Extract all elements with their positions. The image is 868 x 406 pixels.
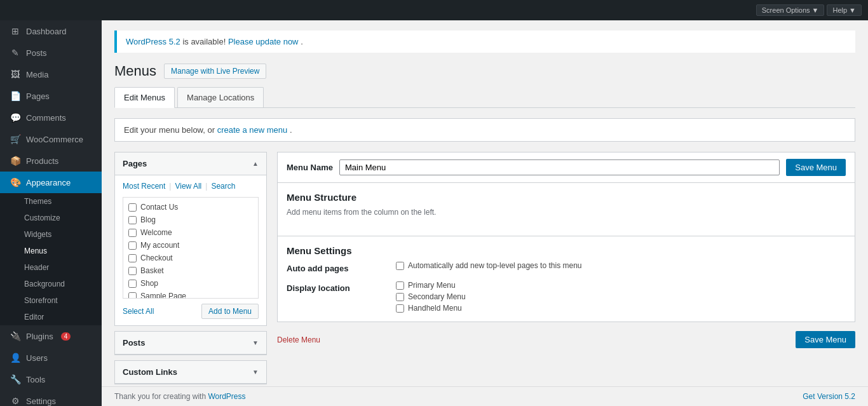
menu-structure-title: Menu Structure [287, 192, 846, 203]
search-tab[interactable]: Search [211, 182, 235, 191]
primary-menu-checkbox[interactable] [396, 281, 404, 290]
display-location-label: Display location [287, 281, 388, 313]
manage-live-preview-button[interactable]: Manage with Live Preview [164, 64, 266, 79]
edit-menu-notice: Edit your menu below, or create a new me… [114, 118, 855, 142]
chevron-down-icon: ▼ [252, 369, 259, 376]
sample-page-checkbox[interactable] [128, 292, 137, 299]
get-version-link[interactable]: Get Version 5.2 [803, 392, 855, 401]
sidebar-item-pages[interactable]: 📄 Pages [0, 85, 102, 107]
pages-accordion-header[interactable]: Pages ▲ [115, 152, 266, 175]
select-all-link[interactable]: Select All [123, 307, 154, 316]
screen-options-button[interactable]: Screen Options ▼ [756, 4, 825, 16]
contact-us-checkbox[interactable] [128, 203, 137, 212]
sidebar-item-themes[interactable]: Themes [0, 193, 102, 210]
save-menu-button-bottom[interactable]: Save Menu [796, 331, 855, 348]
posts-accordion-header[interactable]: Posts ▼ [115, 332, 266, 355]
sidebar-item-label: WooCommerce [26, 135, 83, 144]
my-account-checkbox[interactable] [128, 241, 137, 250]
sidebar-item-storefront[interactable]: Storefront [0, 292, 102, 309]
wordpress-footer-link[interactable]: WordPress [208, 392, 245, 401]
tab-edit-menus[interactable]: Edit Menus [114, 87, 175, 108]
menu-name-label: Menu Name [287, 163, 333, 172]
contact-us-label: Contact Us [140, 203, 178, 212]
auto-add-checkbox[interactable] [396, 262, 404, 270]
menu-name-input[interactable] [339, 159, 780, 175]
delete-menu-link[interactable]: Delete Menu [277, 335, 320, 344]
save-menu-button-top[interactable]: Save Menu [786, 159, 846, 176]
sidebar-item-widgets[interactable]: Widgets [0, 226, 102, 243]
menu-settings-title: Menu Settings [287, 245, 846, 256]
shop-checkbox[interactable] [128, 280, 137, 288]
auto-add-desc: Automatically add new top-level pages to… [408, 261, 582, 270]
sidebar-item-label: Media [26, 70, 48, 79]
media-icon: 🖼 [10, 69, 21, 80]
welcome-checkbox[interactable] [128, 229, 137, 237]
sidebar-item-woocommerce[interactable]: 🛒 WooCommerce [0, 128, 102, 150]
list-item: My account [128, 241, 253, 250]
custom-links-accordion-header[interactable]: Custom Links ▼ [115, 361, 266, 384]
list-item: Checkout [128, 254, 253, 262]
most-recent-tab[interactable]: Most Recent [123, 182, 165, 191]
sidebar-item-appearance[interactable]: 🎨 Appearance [0, 172, 102, 193]
main-area: WordPress 5.2 is available! Please updat… [102, 20, 868, 406]
screen-options-label: Screen Options [762, 6, 810, 14]
plugins-badge: 4 [61, 332, 71, 341]
chevron-up-icon: ▲ [252, 160, 259, 167]
help-button[interactable]: Help ▼ [827, 4, 862, 16]
sidebar-item-header[interactable]: Header [0, 259, 102, 276]
sidebar-item-products[interactable]: 📦 Products [0, 150, 102, 172]
primary-menu-label: Primary Menu [408, 281, 456, 290]
sidebar-item-label: Plugins [26, 332, 53, 341]
update-notice: WordPress 5.2 is available! Please updat… [114, 30, 855, 53]
menu-editor: Pages ▲ Most Recent | View All | Search [114, 152, 855, 386]
checkout-checkbox[interactable] [128, 254, 137, 262]
sidebar-item-background[interactable]: Background [0, 276, 102, 292]
secondary-menu-checkbox[interactable] [396, 293, 404, 301]
posts-accordion: Posts ▼ [114, 331, 267, 355]
tab-manage-locations[interactable]: Manage Locations [177, 87, 264, 107]
sidebar-item-label: Dashboard [26, 27, 67, 36]
auto-add-checkbox-item: Automatically add new top-level pages to… [396, 261, 846, 270]
welcome-label: Welcome [140, 228, 172, 237]
view-all-tab[interactable]: View All [175, 182, 201, 191]
list-item: Welcome [128, 228, 253, 237]
display-location-value: Primary Menu Secondary Menu Handheld Men… [396, 281, 846, 313]
create-new-menu-link[interactable]: create a new menu [217, 125, 288, 135]
page-title: Menus [114, 63, 156, 79]
handheld-menu-label: Handheld Menu [408, 304, 462, 313]
custom-links-accordion: Custom Links ▼ [114, 360, 267, 384]
sidebar-item-comments[interactable]: 💬 Comments [0, 107, 102, 128]
sidebar-item-label: Users [26, 353, 48, 363]
add-to-menu-button[interactable]: Add to Menu [201, 304, 259, 319]
dashboard-icon: ⊞ [10, 25, 21, 37]
menu-tabs: Edit Menus Manage Locations [114, 87, 855, 108]
blog-checkbox[interactable] [128, 216, 137, 224]
menu-settings-box: Menu Settings Auto add pages Automatical… [277, 236, 855, 322]
sidebar-item-label: Appearance [26, 178, 71, 187]
list-item: Shop [128, 279, 253, 288]
pages-tabs: Most Recent | View All | Search [123, 182, 259, 191]
sidebar-item-plugins[interactable]: 🔌 Plugins 4 [0, 325, 102, 347]
sidebar-item-customize[interactable]: Customize [0, 210, 102, 226]
appearance-submenu: Themes Customize Widgets Menus Header Ba… [0, 193, 102, 325]
chevron-down-icon: ▼ [849, 6, 856, 14]
sidebar-item-menus[interactable]: Menus [0, 243, 102, 259]
woocommerce-icon: 🛒 [10, 133, 21, 145]
sidebar-item-editor[interactable]: Editor [0, 309, 102, 325]
basket-checkbox[interactable] [128, 267, 137, 275]
handheld-menu-checkbox[interactable] [396, 304, 404, 313]
basket-label: Basket [140, 266, 164, 275]
top-bar-actions: Screen Options ▼ Help ▼ [756, 4, 862, 16]
menu-structure-box: Menu Structure Add menu items from the c… [277, 182, 855, 236]
sidebar-item-media[interactable]: 🖼 Media [0, 64, 102, 85]
my-account-label: My account [140, 241, 179, 250]
sidebar-item-posts[interactable]: ✎ Posts [0, 42, 102, 64]
please-update-link[interactable]: Please update now [228, 37, 299, 46]
wordpress-version-link[interactable]: WordPress 5.2 [126, 37, 180, 46]
sidebar-item-users[interactable]: 👤 Users [0, 347, 102, 369]
sidebar-item-settings[interactable]: ⚙ Settings [0, 390, 102, 406]
list-item: Contact Us [128, 203, 253, 212]
sidebar-item-tools[interactable]: 🔧 Tools [0, 369, 102, 390]
sidebar-item-dashboard[interactable]: ⊞ Dashboard [0, 20, 102, 42]
products-icon: 📦 [10, 155, 21, 166]
